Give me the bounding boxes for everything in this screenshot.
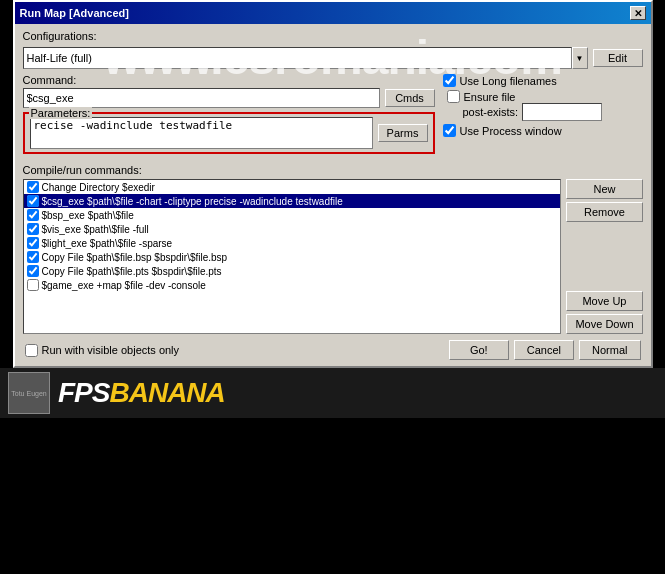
post-exists-input[interactable] — [522, 103, 602, 121]
parameters-input[interactable]: recise -wadinclude testwadfile — [30, 117, 373, 149]
table-row[interactable]: $game_exe +map $file -dev -console — [24, 278, 561, 292]
configurations-dropdown-wrapper: Half-Life (full) ▼ — [23, 47, 588, 69]
list-item: Copy File $path\$file.bsp $bspdir\$file.… — [42, 252, 228, 263]
command-checkbox-4[interactable] — [27, 237, 39, 249]
table-row[interactable]: $bsp_exe $path\$file — [24, 208, 561, 222]
compile-section: Compile/run commands: Change Directory $… — [23, 164, 643, 334]
parameters-input-row: recise -wadinclude testwadfile Parms — [30, 117, 428, 149]
left-options: Command: Cmds Parameters: recise -wadinc… — [23, 74, 435, 159]
parameters-group: Parameters: recise -wadinclude testwadfi… — [23, 112, 435, 154]
title-bar: Run Map [Advanced] ✕ — [15, 2, 651, 24]
footer-avatar: Totu Eugen — [8, 372, 50, 414]
fps-letter-p: P — [74, 377, 92, 409]
use-process-window-row: Use Process window — [443, 124, 643, 137]
list-item: $vis_exe $path\$file -full — [42, 224, 149, 235]
table-row[interactable]: Copy File $path\$file.pts $bspdir\$file.… — [24, 264, 561, 278]
go-button[interactable]: Go! — [449, 340, 509, 360]
command-checkbox-0[interactable] — [27, 181, 39, 193]
command-checkbox-1[interactable] — [27, 195, 39, 207]
avatar-text: Totu Eugen — [11, 390, 46, 397]
run-visible-label: Run with visible objects only — [42, 344, 180, 356]
right-checkboxes: Use Long filenames Ensure file post-exis… — [443, 74, 643, 159]
command-checkbox-3[interactable] — [27, 223, 39, 235]
fps-letter-f: F — [58, 377, 74, 409]
dialog-window: www.csromania.com Run Map [Advanced] ✕ C… — [13, 0, 653, 368]
compile-run-label: Compile/run commands: — [23, 164, 643, 176]
use-process-window-checkbox[interactable] — [443, 124, 456, 137]
post-exists-label: post-exists: — [463, 106, 519, 118]
bottom-row: Run with visible objects only Go! Cancel… — [23, 340, 643, 360]
new-button[interactable]: New — [566, 179, 642, 199]
use-process-window-label: Use Process window — [460, 125, 562, 137]
ensure-file-row: Ensure file — [447, 90, 643, 103]
run-visible-row: Run with visible objects only — [25, 344, 180, 357]
command-label: Command: — [23, 74, 435, 86]
configurations-dropdown-arrow[interactable]: ▼ — [572, 47, 588, 69]
banana-text: BANANA — [109, 377, 224, 409]
configurations-row: Configurations: — [23, 30, 643, 42]
configurations-label: Configurations: — [23, 30, 97, 42]
post-exists-row: post-exists: — [463, 103, 643, 121]
command-checkbox-7[interactable] — [27, 279, 39, 291]
list-item: $bsp_exe $path\$file — [42, 210, 134, 221]
move-up-button[interactable]: Move Up — [566, 291, 642, 311]
cancel-button[interactable]: Cancel — [514, 340, 574, 360]
table-row[interactable]: Copy File $path\$file.bsp $bspdir\$file.… — [24, 250, 561, 264]
list-item: Copy File $path\$file.pts $bspdir\$file.… — [42, 266, 222, 277]
command-input[interactable] — [23, 88, 380, 108]
table-row[interactable]: $light_exe $path\$file -sparse — [24, 236, 561, 250]
move-down-button[interactable]: Move Down — [566, 314, 642, 334]
command-checkbox-6[interactable] — [27, 265, 39, 277]
use-long-filenames-label: Use Long filenames — [460, 75, 557, 87]
footer-bar: Totu Eugen F P S BANANA — [0, 368, 665, 418]
fps-letter-s: S — [92, 377, 110, 409]
use-long-filenames-row: Use Long filenames — [443, 74, 643, 87]
command-section: Command: Cmds — [23, 74, 435, 108]
dialog-content: Configurations: Half-Life (full) ▼ Edit … — [15, 24, 651, 366]
cmds-button[interactable]: Cmds — [385, 89, 435, 107]
command-checkbox-2[interactable] — [27, 209, 39, 221]
table-row[interactable]: $csg_exe $path\$file -chart -cliptype pr… — [24, 194, 561, 208]
spacer — [566, 225, 642, 288]
ensure-file-section: Ensure file post-exists: — [443, 90, 643, 121]
configurations-field-row: Half-Life (full) ▼ Edit — [23, 47, 643, 69]
remove-button[interactable]: Remove — [566, 202, 642, 222]
parameters-legend: Parameters: — [29, 107, 93, 119]
close-button[interactable]: ✕ — [630, 6, 646, 20]
list-item: Change Directory $exedir — [42, 182, 155, 193]
list-item: $light_exe $path\$file -sparse — [42, 238, 173, 249]
bottom-buttons: Go! Cancel Normal — [449, 340, 641, 360]
list-item: $game_exe +map $file -dev -console — [42, 280, 206, 291]
ensure-file-checkbox[interactable] — [447, 90, 460, 103]
ensure-file-label: Ensure file — [464, 91, 516, 103]
table-row[interactable]: $vis_exe $path\$file -full — [24, 222, 561, 236]
list-item: $csg_exe $path\$file -chart -cliptype pr… — [42, 196, 343, 207]
compile-commands-area: Change Directory $exedir$csg_exe $path\$… — [23, 179, 643, 334]
command-checkbox-5[interactable] — [27, 251, 39, 263]
parms-button[interactable]: Parms — [378, 124, 428, 142]
commands-list[interactable]: Change Directory $exedir$csg_exe $path\$… — [23, 179, 562, 334]
use-long-filenames-checkbox[interactable] — [443, 74, 456, 87]
table-row[interactable]: Change Directory $exedir — [24, 180, 561, 194]
run-visible-checkbox[interactable] — [25, 344, 38, 357]
configurations-select[interactable]: Half-Life (full) — [23, 47, 572, 69]
fps-logo: F P S BANANA — [58, 377, 225, 409]
side-buttons: New Remove Move Up Move Down — [566, 179, 642, 334]
normal-button[interactable]: Normal — [579, 340, 640, 360]
edit-button[interactable]: Edit — [593, 49, 643, 67]
title-bar-text: Run Map [Advanced] — [20, 7, 129, 19]
command-name-row: Cmds — [23, 88, 435, 108]
main-options-area: Command: Cmds Parameters: recise -wadinc… — [23, 74, 643, 159]
